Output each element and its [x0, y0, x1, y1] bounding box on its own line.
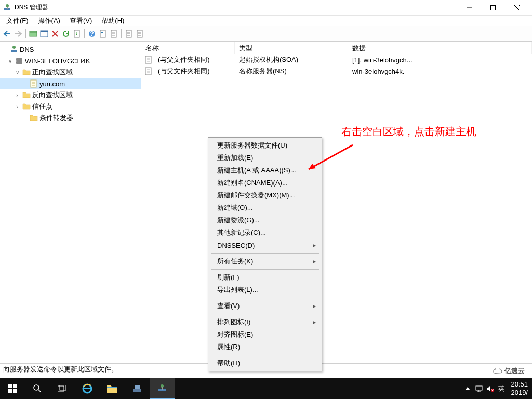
svg-rect-4 — [30, 31, 37, 36]
folder-icon — [22, 68, 31, 76]
tool-delete-icon[interactable] — [50, 29, 60, 39]
record-list[interactable]: 名称 类型 数据 (与父文件夹相同) 起始授权机构(SOA) [1], win-… — [141, 42, 532, 363]
tool-prop-3-icon[interactable] — [124, 29, 134, 39]
task-view-button[interactable] — [50, 378, 75, 399]
tree-trust-points[interactable]: › 信任点 — [0, 101, 141, 112]
menu-help[interactable]: 帮助(H) — [98, 15, 127, 26]
start-button[interactable] — [0, 378, 25, 399]
ctx-new-mx[interactable]: 新建邮件交换器(MX)(M)... — [210, 189, 320, 202]
tray-volume-icon[interactable] — [485, 378, 496, 399]
menu-action[interactable]: 操作(A) — [35, 15, 63, 26]
taskbar-ie[interactable] — [75, 378, 100, 399]
tool-refresh-icon[interactable] — [61, 29, 71, 39]
svg-rect-24 — [8, 389, 12, 393]
svg-rect-15 — [11, 50, 17, 52]
minimize-button[interactable] — [457, 0, 481, 16]
ctx-arrange-icons[interactable]: 排列图标(I) — [210, 316, 320, 328]
svg-rect-32 — [135, 385, 140, 389]
tool-prop-4-icon[interactable] — [135, 29, 145, 39]
tree-server[interactable]: ∨ WIN-3ELOHVGCH4K — [0, 55, 141, 66]
taskbar-server-manager[interactable] — [125, 378, 150, 399]
tree-zone-yun-com[interactable]: yun.com — [0, 78, 141, 89]
tree-root-dns[interactable]: DNS — [0, 44, 141, 55]
ctx-reload[interactable]: 重新加载(E) — [210, 152, 320, 164]
tree-reverse-lookup[interactable]: › 反向查找区域 — [0, 89, 141, 101]
tool-help-icon[interactable]: ? — [87, 29, 97, 39]
ctx-refresh[interactable]: 刷新(F) — [210, 271, 320, 284]
svg-text:?: ? — [90, 30, 94, 37]
ctx-new-host[interactable]: 新建主机(A 或 AAAA)(S)... — [210, 164, 320, 177]
tool-detail-icon[interactable] — [39, 29, 49, 39]
ctx-properties[interactable]: 属性(R) — [210, 341, 320, 353]
forward-button[interactable] — [13, 29, 23, 39]
ctx-export-list[interactable]: 导出列表(L)... — [210, 284, 320, 296]
svg-rect-17 — [16, 58, 22, 61]
record-icon — [144, 56, 153, 64]
cloud-icon — [493, 368, 502, 374]
svg-rect-22 — [8, 384, 12, 388]
back-button[interactable] — [2, 29, 12, 39]
svg-rect-18 — [16, 61, 22, 64]
maximize-button[interactable] — [481, 0, 505, 16]
tool-new-window-icon[interactable] — [28, 29, 38, 39]
tray-network-icon[interactable] — [473, 378, 485, 399]
col-data[interactable]: 数据 — [348, 42, 532, 54]
ctx-new-cname[interactable]: 新建别名(CNAME)(A)... — [210, 177, 320, 189]
tool-prop-1-icon[interactable] — [98, 29, 108, 39]
tree-panel[interactable]: DNS ∨ WIN-3ELOHVGCH4K ∨ 正向查找区域 yun.com ›… — [0, 42, 141, 363]
expander-icon[interactable]: ∨ — [14, 69, 21, 76]
record-icon — [144, 67, 153, 75]
dns-icon — [10, 45, 18, 54]
ctx-help[interactable]: 帮助(H) — [210, 357, 320, 369]
tray-ime[interactable]: 英 — [496, 384, 507, 393]
tray-clock[interactable]: 20:51 2019/ — [507, 380, 532, 396]
app-icon — [3, 4, 11, 12]
col-type[interactable]: 类型 — [235, 42, 348, 54]
ctx-new-delegate[interactable]: 新建委派(G)... — [210, 214, 320, 227]
close-button[interactable] — [505, 0, 529, 16]
svg-rect-36 — [476, 386, 482, 390]
window-title: DNS 管理器 — [15, 3, 457, 12]
context-menu: 更新服务器数据文件(U) 重新加载(E) 新建主机(A 或 AAAA)(S)..… — [208, 137, 322, 371]
list-row[interactable]: (与父文件夹相同) 名称服务器(NS) win-3elohvgch4k. — [141, 65, 532, 77]
search-button[interactable] — [25, 378, 50, 399]
tree-conditional-forwarders[interactable]: 条件转发器 — [0, 112, 141, 124]
svg-point-16 — [12, 46, 16, 49]
ctx-dnssec[interactable]: DNSSEC(D) — [210, 239, 320, 251]
svg-rect-31 — [133, 389, 141, 392]
taskbar-explorer[interactable] — [100, 378, 125, 399]
ctx-align-icons[interactable]: 对齐图标(E) — [210, 328, 320, 341]
title-bar: DNS 管理器 — [0, 0, 532, 16]
expander-icon[interactable]: › — [14, 91, 21, 99]
svg-rect-3 — [491, 5, 496, 10]
list-row[interactable]: (与父文件夹相同) 起始授权机构(SOA) [1], win-3elohvgch… — [141, 54, 532, 65]
zone-icon — [30, 79, 38, 88]
menu-bar: 文件(F) 操作(A) 查看(V) 帮助(H) — [0, 16, 532, 26]
ctx-all-tasks[interactable]: 所有任务(K) — [210, 255, 320, 268]
expander-icon[interactable]: › — [14, 103, 21, 110]
folder-icon — [30, 114, 38, 122]
tool-export-icon[interactable] — [72, 29, 82, 39]
watermark: 亿速云 — [489, 365, 529, 377]
menu-view[interactable]: 查看(V) — [66, 15, 95, 26]
svg-point-26 — [34, 385, 39, 390]
svg-rect-30 — [107, 387, 117, 388]
col-name[interactable]: 名称 — [141, 42, 235, 54]
svg-rect-2 — [7, 7, 8, 9]
folder-icon — [22, 91, 31, 99]
tree-forward-lookup[interactable]: ∨ 正向查找区域 — [0, 66, 141, 78]
svg-rect-10 — [100, 30, 105, 37]
tool-prop-2-icon[interactable] — [109, 29, 119, 39]
ctx-new-domain[interactable]: 新建域(O)... — [210, 202, 320, 214]
svg-rect-25 — [13, 389, 17, 393]
ctx-other-record[interactable]: 其他新记录(C)... — [210, 227, 320, 239]
taskbar-dns-manager[interactable] — [150, 378, 175, 399]
ctx-view[interactable]: 查看(V) — [210, 300, 320, 312]
menu-file[interactable]: 文件(F) — [3, 15, 32, 26]
list-header: 名称 类型 数据 — [141, 42, 532, 54]
server-icon — [15, 57, 23, 65]
tray-up-icon[interactable] — [462, 378, 473, 399]
ctx-update-file[interactable]: 更新服务器数据文件(U) — [210, 139, 320, 152]
system-tray: 英 20:51 2019/ — [462, 378, 532, 399]
expander-icon[interactable]: ∨ — [6, 57, 14, 64]
